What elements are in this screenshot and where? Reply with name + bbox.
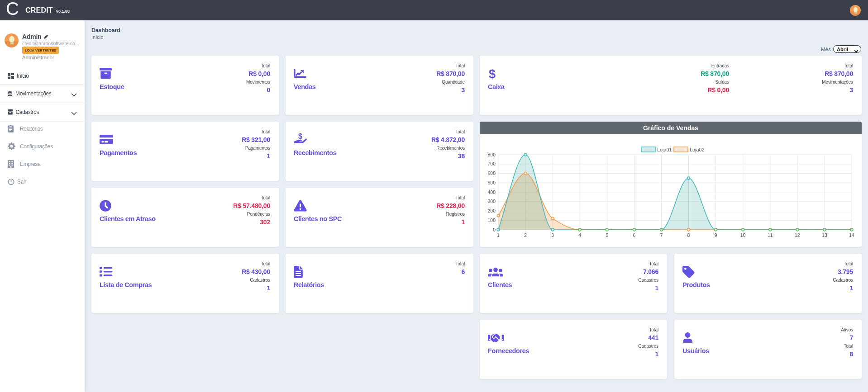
svg-text:600: 600 — [487, 170, 496, 176]
svg-text:0: 0 — [493, 227, 496, 232]
svg-text:$: $ — [489, 67, 496, 80]
svg-text:1: 1 — [497, 232, 500, 238]
svg-text:10: 10 — [740, 232, 746, 238]
svg-text:12: 12 — [795, 232, 800, 238]
svg-text:$: $ — [298, 132, 302, 140]
svg-text:2: 2 — [524, 232, 527, 238]
svg-text:800: 800 — [487, 152, 496, 157]
svg-text:8: 8 — [687, 232, 690, 238]
svg-text:400: 400 — [487, 189, 496, 195]
svg-text:13: 13 — [822, 232, 827, 238]
svg-text:100: 100 — [487, 217, 496, 223]
svg-text:6: 6 — [633, 232, 635, 238]
svg-text:Loja02: Loja02 — [690, 147, 704, 152]
svg-text:Loja01: Loja01 — [657, 147, 672, 152]
svg-text:5: 5 — [606, 232, 608, 238]
svg-text:300: 300 — [487, 198, 496, 204]
svg-text:11: 11 — [768, 232, 773, 238]
svg-text:7: 7 — [660, 232, 663, 238]
svg-text:500: 500 — [487, 180, 496, 185]
svg-text:200: 200 — [487, 208, 496, 213]
svg-text:3: 3 — [551, 232, 554, 238]
svg-text:4: 4 — [578, 232, 581, 238]
svg-text:700: 700 — [487, 161, 496, 166]
svg-text:9: 9 — [715, 232, 717, 238]
svg-text:14: 14 — [849, 232, 854, 238]
